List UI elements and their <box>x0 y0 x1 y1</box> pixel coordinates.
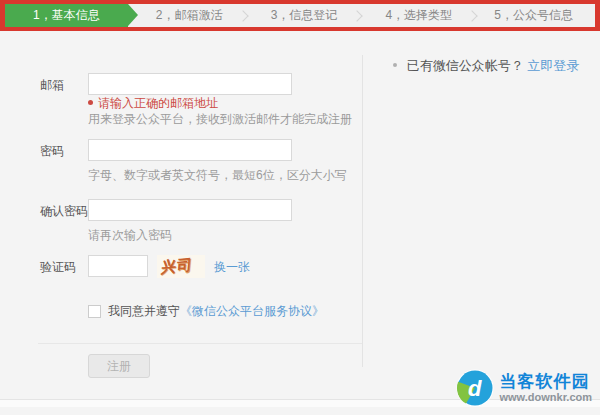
agreement-text: 我同意并遵守 <box>108 303 180 320</box>
register-button[interactable]: 注册 <box>88 354 150 378</box>
captcha-refresh-link[interactable]: 换一张 <box>214 259 250 276</box>
form-divider <box>38 343 362 344</box>
watermark-url: www.downkr.com <box>500 391 593 404</box>
wizard-stepper: 1，基本信息2，邮箱激活3，信息登记4，选择类型5，公众号信息 <box>5 4 595 27</box>
confirm-password-help: 请再次输入密码 <box>88 227 172 244</box>
bullet-icon <box>393 63 397 67</box>
agreement-checkbox[interactable] <box>88 305 101 318</box>
email-help: 用来登录公众平台，接收到激活邮件才能完成注册 <box>88 111 352 128</box>
annotation-highlight-box: 1，基本信息2，邮箱激活3，信息登记4，选择类型5，公众号信息 <box>0 0 600 31</box>
svg-text:d: d <box>468 376 482 401</box>
email-field[interactable] <box>88 73 292 95</box>
content-area: 邮箱 请输入正确的邮箱地址 用来登录公众平台，接收到激活邮件才能完成注册 密码 … <box>0 31 600 407</box>
email-error: 请输入正确的邮箱地址 <box>88 95 218 112</box>
password-label: 密码 <box>40 143 88 160</box>
stepper-step-2: 2，邮箱激活 <box>128 4 251 27</box>
downkr-logo-icon: d <box>456 369 494 407</box>
error-dot-icon <box>88 100 93 105</box>
captcha-glyphs: 兴司 <box>160 255 194 277</box>
agreement-row: 我同意并遵守 《微信公众平台服务协议》 <box>88 303 324 320</box>
stepper-step-1: 1，基本信息 <box>5 4 128 27</box>
login-link[interactable]: 立即登录 <box>527 58 579 73</box>
watermark-text: 当客软件园 www.downkr.com <box>500 373 593 404</box>
vertical-divider <box>362 55 363 367</box>
email-error-text: 请输入正确的邮箱地址 <box>98 96 218 110</box>
confirm-password-field[interactable] <box>88 199 292 221</box>
stepper-step-4: 4，选择类型 <box>357 4 480 27</box>
stepper-step-3: 3，信息登记 <box>243 4 366 27</box>
login-aside: 已有微信公众帐号？ 立即登录 <box>393 57 579 75</box>
password-field[interactable] <box>88 139 292 161</box>
agreement-link[interactable]: 《微信公众平台服务协议》 <box>180 303 324 320</box>
stepper-step-5: 5，公众号信息 <box>472 4 595 27</box>
aside-text: 已有微信公众帐号？ <box>407 58 524 73</box>
captcha-label: 验证码 <box>40 259 88 276</box>
registration-page: 1，基本信息2，邮箱激活3，信息登记4，选择类型5，公众号信息 邮箱 请输入正确… <box>0 0 600 415</box>
email-label: 邮箱 <box>40 77 88 94</box>
captcha-image[interactable]: 兴司 <box>157 255 205 278</box>
confirm-password-label: 确认密码 <box>40 203 88 220</box>
watermark: d 当客软件园 www.downkr.com <box>456 369 593 407</box>
captcha-field[interactable] <box>88 255 148 277</box>
password-help: 字母、数字或者英文符号，最短6位，区分大小写 <box>88 167 347 184</box>
watermark-title: 当客软件园 <box>500 373 593 391</box>
